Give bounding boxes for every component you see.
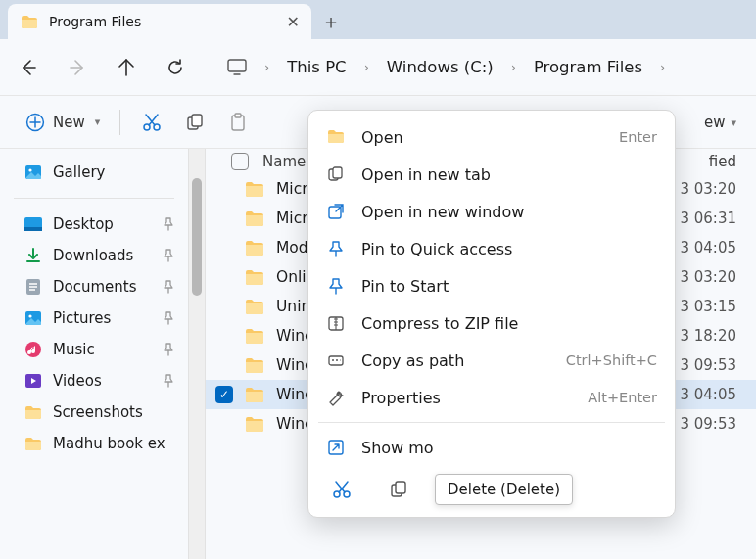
context-menu-item[interactable]: Compress to ZIP file bbox=[308, 304, 675, 342]
breadcrumb: › This PC › Windows (C:) › Program Files… bbox=[249, 54, 671, 80]
breadcrumb-item[interactable]: This PC bbox=[281, 54, 352, 80]
gallery-icon bbox=[24, 163, 43, 182]
context-menu-label: Properties bbox=[361, 389, 572, 407]
select-all-checkbox[interactable] bbox=[231, 153, 249, 170]
path-icon bbox=[326, 350, 346, 370]
sidebar-item-icon bbox=[24, 214, 43, 234]
cut-button[interactable] bbox=[130, 113, 173, 132]
svg-rect-0 bbox=[228, 60, 246, 71]
new-button[interactable]: New ▾ bbox=[16, 105, 110, 140]
chevron-right-icon: › bbox=[505, 60, 522, 74]
pin-icon bbox=[326, 239, 346, 258]
file-date: 3 03:20 bbox=[680, 268, 736, 286]
file-date: 3 03:15 bbox=[680, 298, 736, 315]
folder-icon bbox=[245, 328, 264, 345]
folder-icon bbox=[245, 210, 264, 227]
copy-button[interactable] bbox=[173, 113, 216, 132]
sidebar-scrollbar[interactable] bbox=[188, 149, 206, 559]
forward-button[interactable] bbox=[53, 48, 102, 87]
folder-icon bbox=[245, 299, 264, 315]
view-button[interactable]: ew ▾ bbox=[694, 96, 746, 149]
context-menu-accelerator: Ctrl+Shift+C bbox=[566, 352, 657, 368]
pin-icon bbox=[163, 343, 174, 356]
sidebar-item-icon bbox=[24, 371, 43, 391]
context-menu-item[interactable]: Copy as pathCtrl+Shift+C bbox=[308, 342, 675, 379]
sidebar: Gallery DesktopDownloadsDocumentsPicture… bbox=[0, 149, 188, 559]
breadcrumb-item[interactable]: Windows (C:) bbox=[381, 54, 499, 80]
column-header-name[interactable]: Name bbox=[262, 153, 306, 170]
sidebar-item[interactable]: Downloads bbox=[0, 240, 188, 271]
sidebar-item[interactable]: Documents bbox=[0, 271, 188, 303]
pin-icon bbox=[326, 276, 346, 296]
sidebar-item-icon bbox=[24, 308, 43, 328]
sidebar-item[interactable]: Videos bbox=[0, 365, 188, 396]
chevron-right-icon: › bbox=[358, 60, 375, 74]
sidebar-item-label: Desktop bbox=[53, 215, 114, 233]
sidebar-item[interactable]: Pictures bbox=[0, 303, 188, 334]
context-cut-button[interactable] bbox=[324, 474, 359, 505]
sidebar-item-label: Documents bbox=[53, 278, 137, 296]
sidebar-item-icon bbox=[24, 246, 43, 265]
breadcrumb-item[interactable]: Program Files bbox=[528, 54, 648, 80]
svg-point-14 bbox=[28, 314, 31, 317]
zip-icon bbox=[326, 313, 346, 333]
chevron-right-icon: › bbox=[654, 60, 671, 74]
new-button-label: New bbox=[53, 114, 85, 131]
folder-icon bbox=[20, 12, 39, 31]
context-menu-item[interactable]: PropertiesAlt+Enter bbox=[308, 379, 675, 416]
up-button[interactable] bbox=[102, 48, 151, 87]
folder-icon bbox=[245, 181, 264, 198]
sidebar-item[interactable]: Screenshots bbox=[0, 396, 188, 428]
pin-icon bbox=[163, 374, 174, 388]
close-tab-icon[interactable]: ✕ bbox=[287, 13, 300, 31]
context-menu: OpenEnterOpen in new tabOpen in new wind… bbox=[307, 110, 676, 518]
refresh-button[interactable] bbox=[151, 48, 200, 87]
context-menu-label: Show mo bbox=[361, 439, 657, 457]
context-menu-label: Pin to Start bbox=[361, 277, 657, 296]
file-name: Mod bbox=[276, 239, 308, 256]
context-menu-label: Open bbox=[361, 128, 603, 147]
context-menu-divider bbox=[318, 422, 665, 423]
sidebar-divider bbox=[14, 198, 174, 199]
file-date: 3 09:53 bbox=[680, 356, 736, 374]
paste-button[interactable] bbox=[216, 113, 260, 132]
context-menu-item[interactable]: OpenEnter bbox=[308, 118, 675, 156]
tab-title: Program Files bbox=[49, 14, 141, 29]
svg-rect-7 bbox=[235, 114, 241, 117]
sidebar-item-label: Music bbox=[53, 341, 95, 358]
sidebar-item-icon bbox=[24, 340, 43, 359]
new-tab-button[interactable]: ＋ bbox=[311, 4, 351, 39]
column-header-modified[interactable]: fied bbox=[709, 153, 736, 170]
scrollbar-thumb[interactable] bbox=[192, 178, 202, 296]
file-date: 3 18:20 bbox=[680, 327, 736, 345]
sidebar-item[interactable]: Music bbox=[0, 334, 188, 365]
pin-icon bbox=[163, 280, 174, 294]
file-date: 3 09:53 bbox=[680, 415, 736, 433]
pin-icon bbox=[163, 311, 174, 325]
tooltip-text: Delete (Delete) bbox=[448, 481, 560, 498]
back-button[interactable] bbox=[4, 48, 53, 87]
context-menu-item[interactable]: Open in new window bbox=[308, 193, 675, 230]
context-menu-show-more[interactable]: Show mo bbox=[308, 429, 675, 466]
context-menu-item[interactable]: Pin to Start bbox=[308, 267, 675, 304]
context-menu-item[interactable]: Pin to Quick access bbox=[308, 230, 675, 267]
svg-rect-26 bbox=[396, 482, 405, 493]
sidebar-item-icon bbox=[24, 402, 43, 422]
folder-icon bbox=[245, 416, 264, 433]
file-name: Onli bbox=[276, 268, 307, 286]
view-button-label: ew bbox=[704, 114, 726, 131]
context-menu-item[interactable]: Open in new tab bbox=[308, 156, 675, 193]
folder-icon bbox=[245, 357, 264, 374]
row-checkbox[interactable]: ✓ bbox=[215, 386, 233, 403]
sidebar-item-label: Gallery bbox=[53, 163, 105, 181]
browser-tab[interactable]: Program Files ✕ bbox=[8, 4, 311, 39]
expand-icon bbox=[326, 438, 346, 457]
sidebar-item[interactable]: Desktop bbox=[0, 209, 188, 240]
sidebar-item-gallery[interactable]: Gallery bbox=[0, 157, 188, 188]
svg-rect-11 bbox=[24, 227, 42, 231]
folder-icon bbox=[245, 240, 264, 256]
sidebar-item-icon bbox=[24, 277, 43, 297]
sidebar-item[interactable]: Madhu book ex bbox=[0, 428, 188, 459]
context-copy-button[interactable] bbox=[381, 474, 416, 505]
tab-strip: Program Files ✕ ＋ bbox=[0, 0, 756, 39]
